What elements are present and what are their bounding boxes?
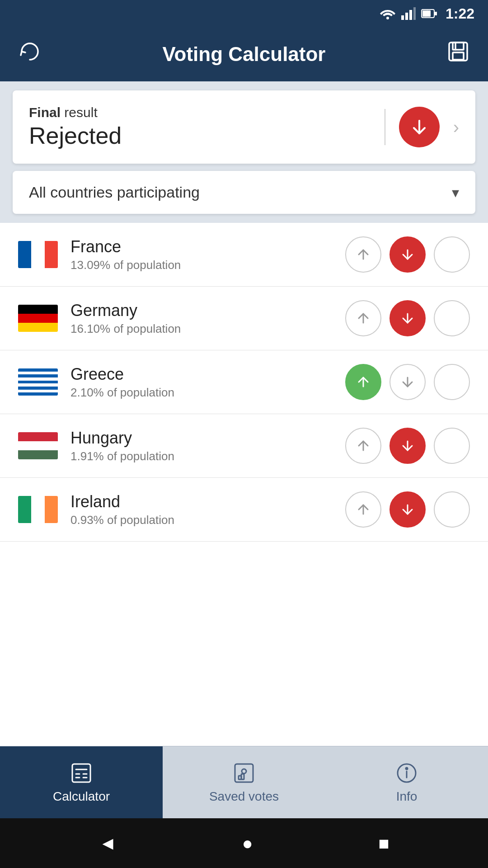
save-button[interactable] (446, 40, 470, 69)
country-list: France 13.09% of population (0, 223, 488, 746)
calculator-icon (70, 761, 93, 785)
info-icon (395, 761, 418, 785)
country-item-hungary: Hungary 1.91% of population (0, 414, 488, 478)
country-item-ireland: Ireland 0.93% of population (0, 478, 488, 542)
flag-greece (18, 368, 58, 396)
country-info-hungary: Hungary 1.91% of population (70, 429, 345, 463)
country-name-germany: Germany (70, 301, 345, 320)
vote-up-greece[interactable] (345, 364, 381, 400)
nav-item-calculator[interactable]: Calculator (0, 746, 163, 818)
main-content: Final result Rejected › All countries pa… (0, 81, 488, 746)
flag-hungary (18, 432, 58, 459)
country-item-france: France 13.09% of population (0, 223, 488, 287)
country-info-germany: Germany 16.10% of population (70, 301, 345, 336)
vote-up-hungary[interactable] (345, 428, 381, 464)
country-info-greece: Greece 2.10% of population (70, 365, 345, 400)
vote-down-hungary[interactable] (389, 428, 426, 464)
vote-neutral-greece[interactable] (434, 364, 470, 400)
country-pct-france: 13.09% of population (70, 258, 345, 272)
nav-item-saved-votes[interactable]: Saved votes (163, 746, 325, 818)
country-name-france: France (70, 237, 345, 256)
country-name-greece: Greece (70, 365, 345, 384)
svg-point-30 (242, 769, 246, 774)
flag-france (18, 241, 58, 268)
result-card[interactable]: Final result Rejected › (13, 90, 475, 164)
result-label: Final result (29, 105, 371, 120)
nav-label-info: Info (396, 789, 418, 804)
result-value: Rejected (29, 122, 371, 149)
result-text: Final result Rejected (29, 105, 371, 149)
vote-neutral-hungary[interactable] (434, 428, 470, 464)
country-info-france: France 13.09% of population (70, 237, 345, 272)
system-nav: ◄ ● ■ (0, 818, 488, 868)
vote-neutral-ireland[interactable] (434, 491, 470, 528)
flag-germany (18, 305, 58, 332)
country-item-greece: Greece 2.10% of population (0, 350, 488, 414)
result-divider (385, 109, 385, 145)
home-button[interactable]: ● (242, 833, 253, 854)
svg-rect-1 (401, 15, 404, 20)
back-button[interactable]: ◄ (99, 833, 117, 854)
country-name-ireland: Ireland (70, 492, 345, 511)
svg-rect-10 (453, 52, 464, 60)
svg-rect-2 (405, 13, 408, 20)
country-pct-ireland: 0.93% of population (70, 513, 345, 527)
svg-rect-32 (241, 774, 244, 779)
result-chevron-icon[interactable]: › (453, 117, 459, 137)
nav-item-info[interactable]: Info (325, 746, 488, 818)
svg-rect-3 (409, 10, 412, 20)
svg-rect-23 (72, 764, 90, 782)
result-label-suffix: result (61, 105, 98, 120)
battery-icon (421, 7, 437, 20)
country-pct-greece: 2.10% of population (70, 386, 345, 400)
filter-dropdown[interactable]: All countries participating ▾ (13, 171, 475, 214)
country-pct-germany: 16.10% of population (70, 322, 345, 336)
vote-neutral-france[interactable] (434, 236, 470, 273)
country-item-germany: Germany 16.10% of population (0, 287, 488, 350)
svg-point-35 (406, 768, 408, 769)
country-name-hungary: Hungary (70, 429, 345, 448)
filter-label: All countries participating (29, 184, 200, 201)
nav-label-saved-votes: Saved votes (209, 789, 279, 804)
app-title: Voting Calculator (163, 43, 326, 66)
wifi-icon (380, 7, 396, 20)
vote-buttons-ireland (345, 491, 470, 528)
svg-rect-8 (449, 42, 467, 61)
signal-icon (401, 7, 416, 20)
result-down-button[interactable] (399, 107, 440, 147)
saved-votes-icon (232, 761, 256, 785)
bottom-nav: Calculator Saved votes Info (0, 746, 488, 818)
vote-up-france[interactable] (345, 236, 381, 273)
svg-rect-4 (413, 7, 416, 20)
vote-up-germany[interactable] (345, 300, 381, 336)
result-label-bold: Final (29, 105, 61, 120)
status-time: 1:22 (446, 5, 474, 22)
status-bar: 1:22 (0, 0, 488, 27)
app-header: Voting Calculator (0, 27, 488, 81)
vote-down-france[interactable] (389, 236, 426, 273)
flag-ireland (18, 496, 58, 523)
svg-rect-6 (435, 12, 437, 15)
status-icons (380, 7, 437, 20)
refresh-button[interactable] (18, 40, 42, 69)
vote-buttons-germany (345, 300, 470, 336)
svg-rect-9 (453, 42, 464, 50)
vote-down-germany[interactable] (389, 300, 426, 336)
recents-button[interactable]: ■ (378, 833, 389, 854)
vote-neutral-germany[interactable] (434, 300, 470, 336)
vote-down-greece[interactable] (389, 364, 426, 400)
vote-buttons-greece (345, 364, 470, 400)
filter-chevron-icon: ▾ (452, 184, 459, 201)
vote-buttons-france (345, 236, 470, 273)
vote-buttons-hungary (345, 428, 470, 464)
nav-label-calculator: Calculator (53, 789, 110, 804)
vote-up-ireland[interactable] (345, 491, 381, 528)
vote-down-ireland[interactable] (389, 491, 426, 528)
country-info-ireland: Ireland 0.93% of population (70, 492, 345, 527)
country-pct-hungary: 1.91% of population (70, 449, 345, 463)
svg-point-0 (386, 17, 389, 19)
